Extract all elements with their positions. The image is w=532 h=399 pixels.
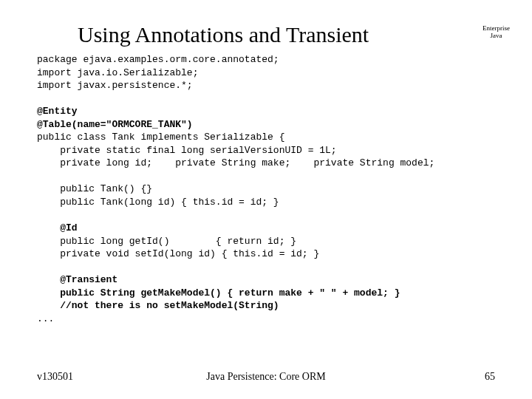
code-line: public String getMakeModel() { return ma… bbox=[37, 287, 400, 299]
slide: Using Annotations and Transient Enterpri… bbox=[0, 0, 532, 399]
code-line: public Tank() {} bbox=[37, 183, 152, 194]
code-line: private static final long serialVersionU… bbox=[37, 145, 337, 156]
code-block: package ejava.examples.orm.core.annotate… bbox=[37, 53, 495, 325]
corner-line2: Java bbox=[482, 33, 510, 40]
code-line: import javax.persistence.*; bbox=[37, 80, 193, 91]
code-line: //not there is no setMakeModel(String) bbox=[37, 300, 279, 311]
footer-center: Java Persistence: Core ORM bbox=[37, 371, 495, 383]
code-line: public Tank(long id) { this.id = id; } bbox=[37, 197, 279, 208]
code-line: private void setId(long id) { this.id = … bbox=[37, 248, 319, 259]
code-line: private long id; private String make; pr… bbox=[37, 157, 434, 168]
code-line: public long getId() { return id; } bbox=[37, 236, 296, 247]
footer: Java Persistence: Core ORM v130501 65 bbox=[37, 371, 495, 383]
code-line: import java.io.Serializable; bbox=[37, 67, 198, 78]
code-line: public class Tank implements Serializabl… bbox=[37, 132, 284, 143]
code-line: @Id bbox=[37, 222, 78, 233]
corner-label: Enterprise Java bbox=[482, 25, 510, 40]
code-line: ... bbox=[37, 313, 54, 324]
header-row: Using Annotations and Transient Enterpri… bbox=[37, 22, 495, 47]
code-line: @Entity bbox=[37, 106, 78, 117]
code-line: package ejava.examples.orm.core.annotate… bbox=[37, 54, 279, 65]
code-line: @Transient bbox=[37, 274, 117, 285]
slide-title: Using Annotations and Transient bbox=[78, 22, 369, 47]
code-line: @Table(name="ORMCORE_TANK") bbox=[37, 119, 193, 130]
